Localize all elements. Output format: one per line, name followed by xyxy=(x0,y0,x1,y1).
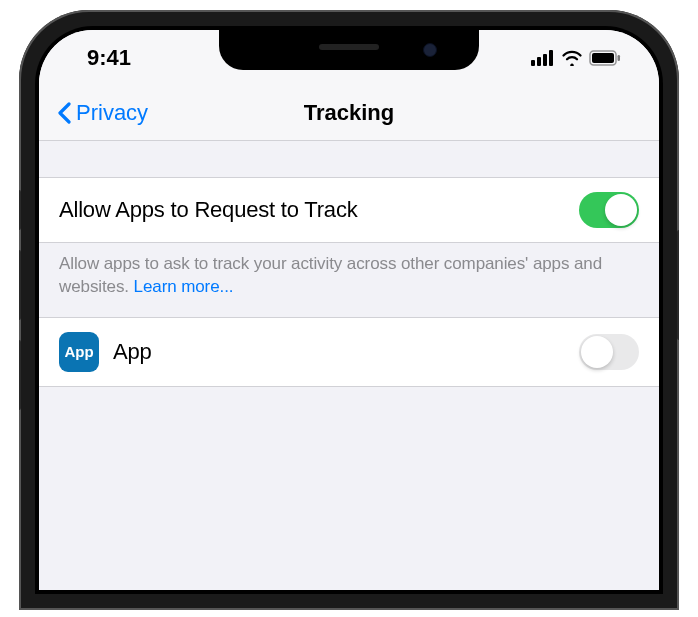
back-label: Privacy xyxy=(76,100,148,126)
nav-bar: Privacy Tracking xyxy=(39,85,659,141)
battery-icon xyxy=(589,50,621,66)
allow-tracking-cell: Allow Apps to Request to Track xyxy=(39,177,659,243)
status-time: 9:41 xyxy=(87,45,131,71)
chevron-left-icon xyxy=(57,102,72,124)
svg-rect-3 xyxy=(549,50,553,66)
allow-tracking-label: Allow Apps to Request to Track xyxy=(59,197,358,223)
app-icon: App xyxy=(59,332,99,372)
status-icons xyxy=(531,50,621,66)
app-tracking-cell: App App xyxy=(39,317,659,387)
svg-rect-0 xyxy=(531,60,535,66)
svg-rect-1 xyxy=(537,57,541,66)
back-button[interactable]: Privacy xyxy=(57,100,148,126)
cellular-icon xyxy=(531,50,555,66)
learn-more-link[interactable]: Learn more... xyxy=(134,277,234,296)
allow-tracking-toggle[interactable] xyxy=(579,192,639,228)
app-name-label: App xyxy=(113,339,152,365)
section-footer: Allow apps to ask to track your activity… xyxy=(39,243,659,317)
svg-rect-5 xyxy=(592,53,614,63)
svg-rect-6 xyxy=(618,55,621,61)
app-tracking-toggle[interactable] xyxy=(579,334,639,370)
screen: 9:41 xyxy=(39,30,659,590)
svg-rect-2 xyxy=(543,54,547,66)
page-title: Tracking xyxy=(304,100,394,126)
notch xyxy=(219,30,479,70)
wifi-icon xyxy=(561,50,583,66)
